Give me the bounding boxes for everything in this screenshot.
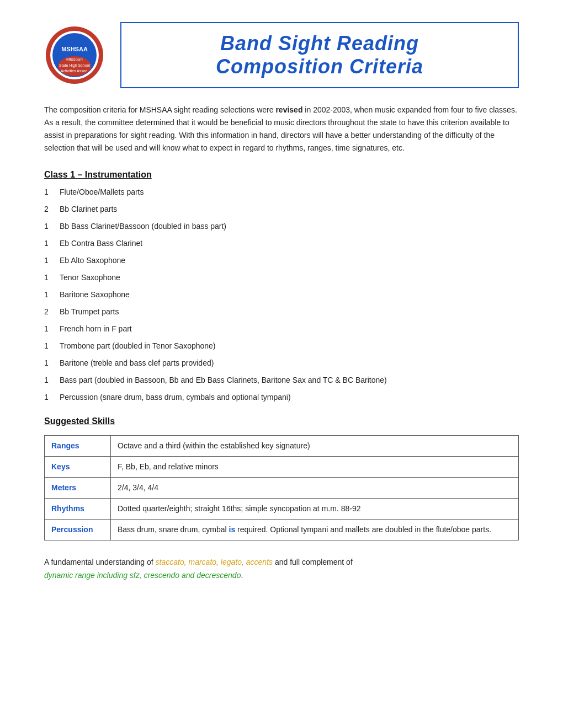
footer-text-middle: and full complement of bbox=[273, 558, 353, 566]
instr-text: Tenor Saxophone bbox=[60, 272, 120, 283]
instr-list-item: 2Bb Trumpet parts bbox=[44, 306, 519, 318]
instr-list-item: 1Bass part (doubled in Bassoon, Bb and E… bbox=[44, 374, 519, 386]
instr-list-item: 1Baritone (treble and bass clef parts pr… bbox=[44, 357, 519, 369]
skills-table-row: PercussionBass drum, snare drum, cymbal … bbox=[45, 520, 519, 540]
skills-label: Meters bbox=[45, 478, 111, 499]
skills-table-row: Meters2/4, 3/4, 4/4 bbox=[45, 478, 519, 499]
instr-text: Baritone Saxophone bbox=[60, 289, 130, 301]
instr-list-item: 1Baritone Saxophone bbox=[44, 289, 519, 301]
instr-num: 1 bbox=[44, 255, 60, 266]
skills-value: 2/4, 3/4, 4/4 bbox=[111, 478, 519, 499]
svg-text:Activities Assoc.: Activities Assoc. bbox=[61, 69, 88, 73]
intro-paragraph: The composition criteria for MSHSAA sigh… bbox=[44, 104, 519, 154]
footer-text-before: A fundamental understanding of bbox=[44, 558, 156, 566]
instr-text: Baritone (treble and bass clef parts pro… bbox=[60, 357, 214, 369]
instr-text: French horn in F part bbox=[60, 323, 132, 335]
instr-num: 1 bbox=[44, 238, 60, 249]
instr-text: Bass part (doubled in Bassoon, Bb and Eb… bbox=[60, 374, 387, 386]
instr-text: Flute/Oboe/Mallets parts bbox=[60, 186, 144, 198]
instr-num: 1 bbox=[44, 374, 60, 386]
instr-list-item: 1Tenor Saxophone bbox=[44, 272, 519, 283]
instr-list-item: 1Flute/Oboe/Mallets parts bbox=[44, 186, 519, 198]
skills-value: F, Bb, Eb, and relative minors bbox=[111, 457, 519, 478]
skills-table-row: RhythmsDotted quarter/eighth; straight 1… bbox=[45, 499, 519, 520]
intro-bold-word: revised bbox=[275, 105, 302, 114]
title-line2: Composition Criteria bbox=[139, 55, 500, 78]
footer-paragraph: A fundamental understanding of staccato,… bbox=[44, 556, 519, 582]
instr-list-item: 1French horn in F part bbox=[44, 323, 519, 335]
skills-value: Octave and a third (within the establish… bbox=[111, 436, 519, 457]
skills-table-row: RangesOctave and a third (within the est… bbox=[45, 436, 519, 457]
footer-text-end: . bbox=[241, 571, 243, 580]
instr-num: 1 bbox=[44, 323, 60, 335]
instr-num: 1 bbox=[44, 221, 60, 232]
instr-text: Eb Contra Bass Clarinet bbox=[60, 238, 142, 249]
instr-list-item: 1Eb Contra Bass Clarinet bbox=[44, 238, 519, 249]
instr-num: 1 bbox=[44, 340, 60, 352]
instr-text: Bb Bass Clarinet/Bassoon (doubled in bas… bbox=[60, 221, 226, 232]
instr-list-item: 2Bb Clarinet parts bbox=[44, 204, 519, 215]
instr-num: 2 bbox=[44, 204, 60, 215]
page-header: MSHSAA Missouri State High School Activi… bbox=[44, 22, 519, 88]
instr-text: Bb Trumpet parts bbox=[60, 306, 119, 318]
class1-heading: Class 1 – Instrumentation bbox=[44, 170, 519, 180]
instr-text: Bb Clarinet parts bbox=[60, 204, 117, 215]
instr-num: 1 bbox=[44, 272, 60, 283]
instr-list-item: 1Eb Alto Saxophone bbox=[44, 255, 519, 266]
suggested-skills-heading: Suggested Skills bbox=[44, 416, 519, 426]
intro-text-before: The composition criteria for MSHSAA sigh… bbox=[44, 105, 275, 114]
skills-label: Keys bbox=[45, 457, 111, 478]
skills-value: Dotted quarter/eighth; straight 16ths; s… bbox=[111, 499, 519, 520]
svg-text:Missouri: Missouri bbox=[66, 57, 83, 62]
instr-num: 1 bbox=[44, 392, 60, 403]
svg-text:State High School: State High School bbox=[59, 63, 90, 68]
instr-list-item: 1Trombone part (doubled in Tenor Saxopho… bbox=[44, 340, 519, 352]
svg-text:MSHSAA: MSHSAA bbox=[61, 46, 88, 52]
instr-num: 1 bbox=[44, 186, 60, 198]
bold-is: is bbox=[229, 525, 236, 534]
skills-label: Ranges bbox=[45, 436, 111, 457]
instr-text: Eb Alto Saxophone bbox=[60, 255, 125, 266]
staccato-text: staccato, marcato, legato, accents bbox=[156, 558, 273, 566]
instr-list-item: 1Bb Bass Clarinet/Bassoon (doubled in ba… bbox=[44, 221, 519, 232]
skills-table-row: KeysF, Bb, Eb, and relative minors bbox=[45, 457, 519, 478]
skills-label: Rhythms bbox=[45, 499, 111, 520]
mshsaa-logo: MSHSAA Missouri State High School Activi… bbox=[44, 25, 105, 85]
skills-label: Percussion bbox=[45, 520, 111, 540]
instr-list-item: 1Percussion (snare drum, bass drum, cymb… bbox=[44, 392, 519, 403]
instr-num: 2 bbox=[44, 306, 60, 318]
skills-table: RangesOctave and a third (within the est… bbox=[44, 435, 519, 540]
title-line1: Band Sight Reading bbox=[139, 32, 500, 55]
dynamic-range-text: dynamic range including sfz, crescendo a… bbox=[44, 571, 241, 580]
instr-text: Trombone part (doubled in Tenor Saxophon… bbox=[60, 340, 216, 352]
skills-value: Bass drum, snare drum, cymbal is require… bbox=[111, 520, 519, 540]
title-box: Band Sight Reading Composition Criteria bbox=[120, 22, 519, 88]
instrumentation-list: 1Flute/Oboe/Mallets parts2Bb Clarinet pa… bbox=[44, 186, 519, 403]
instr-text: Percussion (snare drum, bass drum, cymba… bbox=[60, 392, 291, 403]
instr-num: 1 bbox=[44, 357, 60, 369]
instr-num: 1 bbox=[44, 289, 60, 301]
